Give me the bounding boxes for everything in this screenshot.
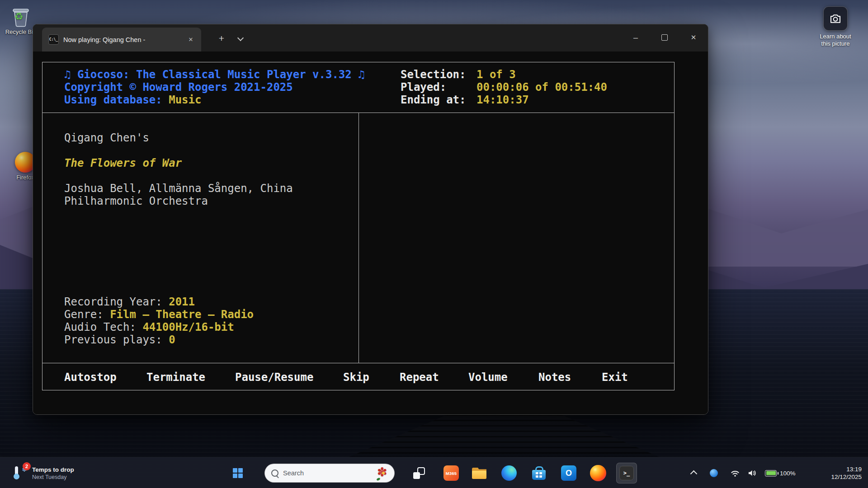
command-prompt-icon: C:\_ <box>48 34 59 45</box>
taskbar: ❄ 2 Temps to drop Next Tuesday Search ✽ … <box>0 457 868 488</box>
maximize-button[interactable] <box>650 24 679 51</box>
firefox-icon <box>590 465 606 481</box>
recycle-arrows-icon: ♻ <box>14 11 24 23</box>
recycle-bin-icon: ♻ <box>10 5 31 27</box>
clock-date: 12/12/2025 <box>831 473 862 481</box>
speaker-icon <box>747 469 757 477</box>
clock[interactable]: 13:19 12/12/2025 <box>831 465 862 481</box>
poinsettia-icon: ✽ <box>376 465 391 481</box>
db-value: Music <box>169 94 201 106</box>
weather-widget[interactable]: ❄ 2 Temps to drop Next Tuesday <box>6 458 79 488</box>
wifi-icon <box>730 469 740 477</box>
desktop-icon-label: Recycle Bin <box>5 28 37 35</box>
window-titlebar[interactable]: C:\_ Now playing: Qigang Chen - ✕ + – ✕ <box>33 24 708 52</box>
battery-percent: 100% <box>780 470 796 477</box>
detail-label: Audio Tech: <box>64 321 142 333</box>
windows-logo-icon <box>233 468 243 478</box>
tray-app-button[interactable] <box>709 469 719 477</box>
chevron-up-icon <box>690 470 697 478</box>
status-value: 14:10:37 <box>476 94 529 106</box>
microsoft-store-icon <box>532 470 546 480</box>
desktop-icon-label: Firefox <box>16 174 34 181</box>
menu-notes[interactable]: Notes <box>538 371 571 384</box>
detail-value: 0 <box>169 333 175 346</box>
learn-about-picture-label: Learn about this picture <box>816 33 855 47</box>
microsoft-store-button[interactable] <box>530 464 548 482</box>
search-box[interactable]: Search ✽ <box>264 464 395 483</box>
composer-name: Qigang Chen's <box>64 131 149 144</box>
playback-status: Selection:1 of 3 Played:00:00:06 of 00:5… <box>401 68 607 106</box>
app-banner: ♫ Giocoso: The Classical Music Player v.… <box>64 68 365 106</box>
task-view-icon <box>413 467 425 479</box>
tab-close-icon[interactable]: ✕ <box>185 34 197 46</box>
menu-pause-resume[interactable]: Pause/Resume <box>235 371 313 384</box>
clock-time: 13:19 <box>831 465 862 473</box>
edge-icon <box>501 465 517 481</box>
status-value: 00:00:06 of 00:51:40 <box>476 81 607 94</box>
status-label: Selection: <box>401 68 476 81</box>
maximize-icon <box>661 34 668 41</box>
firefox-button[interactable] <box>589 464 607 482</box>
battery-icon <box>765 470 777 476</box>
widget-headline: Temps to drop <box>32 466 74 474</box>
start-button[interactable] <box>229 464 247 482</box>
menu-terminate[interactable]: Terminate <box>146 371 205 384</box>
weather-icon: ❄ 2 <box>11 465 27 481</box>
search-placeholder: Search <box>283 469 304 477</box>
terminal-content[interactable]: ♫ Giocoso: The Classical Music Player v.… <box>33 52 708 414</box>
detail-value: 2011 <box>169 296 195 308</box>
menu-volume[interactable]: Volume <box>468 371 508 384</box>
terminal-button-active[interactable]: >_ <box>616 463 637 483</box>
tray-chevron-button[interactable] <box>689 470 698 476</box>
detail-value: 44100Hz/16-bit <box>142 321 234 333</box>
file-explorer-icon <box>472 468 486 479</box>
status-label: Played: <box>401 81 476 94</box>
menu-autostop[interactable]: Autostop <box>64 371 117 384</box>
chevron-down-icon <box>237 34 244 41</box>
outlook-icon: O <box>561 465 576 481</box>
tui-panel-divider <box>359 113 359 363</box>
status-label: Ending at: <box>401 94 476 106</box>
terminal-icon: >_ <box>619 466 634 480</box>
db-label: Using database: <box>64 94 169 106</box>
tab-title: Now playing: Qigang Chen - <box>63 36 180 43</box>
terminal-window: C:\_ Now playing: Qigang Chen - ✕ + – ✕ … <box>33 24 708 415</box>
m365-icon: M365 <box>443 465 459 481</box>
file-explorer-button[interactable] <box>470 464 488 482</box>
status-value: 1 of 3 <box>476 68 516 81</box>
tray-app-icon <box>710 469 718 477</box>
work-title: The Flowers of War <box>64 157 182 169</box>
camera-icon <box>823 6 848 31</box>
tui-menu-divider <box>42 363 674 363</box>
new-tab-button[interactable]: + <box>213 30 230 47</box>
detail-label: Genre: <box>64 308 110 321</box>
app-title: ♫ Giocoso: The Classical Music Player v.… <box>64 68 365 81</box>
app-copyright: Copyright © Howard Rogers 2021-2025 <box>64 81 365 94</box>
detail-label: Previous plays: <box>64 333 169 346</box>
terminal-tab[interactable]: C:\_ Now playing: Qigang Chen - ✕ <box>42 28 201 52</box>
menu-exit[interactable]: Exit <box>602 371 628 384</box>
detail-label: Recording Year: <box>64 296 169 308</box>
notification-badge: 2 <box>23 462 31 470</box>
menu-skip[interactable]: Skip <box>343 371 369 384</box>
volume-button[interactable] <box>747 469 758 477</box>
menu-repeat[interactable]: Repeat <box>400 371 439 384</box>
wifi-button[interactable] <box>730 469 741 477</box>
recording-details: Recording Year: 2011 Genre: Film – Theat… <box>64 296 254 346</box>
minimize-button[interactable]: – <box>621 24 650 51</box>
outlook-button[interactable]: O <box>560 464 578 482</box>
battery-status[interactable]: 100% <box>765 470 796 477</box>
learn-about-picture[interactable]: Learn about this picture <box>814 6 857 47</box>
m365-app-button[interactable]: M365 <box>442 464 460 482</box>
edge-button[interactable] <box>500 464 518 482</box>
thermometer-icon <box>15 466 18 475</box>
search-icon <box>271 469 278 477</box>
detail-value: Film – Theatre – Radio <box>110 308 254 321</box>
widget-subline: Next Tuesday <box>32 474 74 481</box>
close-button[interactable]: ✕ <box>679 24 708 51</box>
task-view-button[interactable] <box>410 464 428 482</box>
performers: Joshua Bell, Allmänna Sången, China Phil… <box>64 182 342 207</box>
tab-dropdown-button[interactable] <box>233 30 248 47</box>
